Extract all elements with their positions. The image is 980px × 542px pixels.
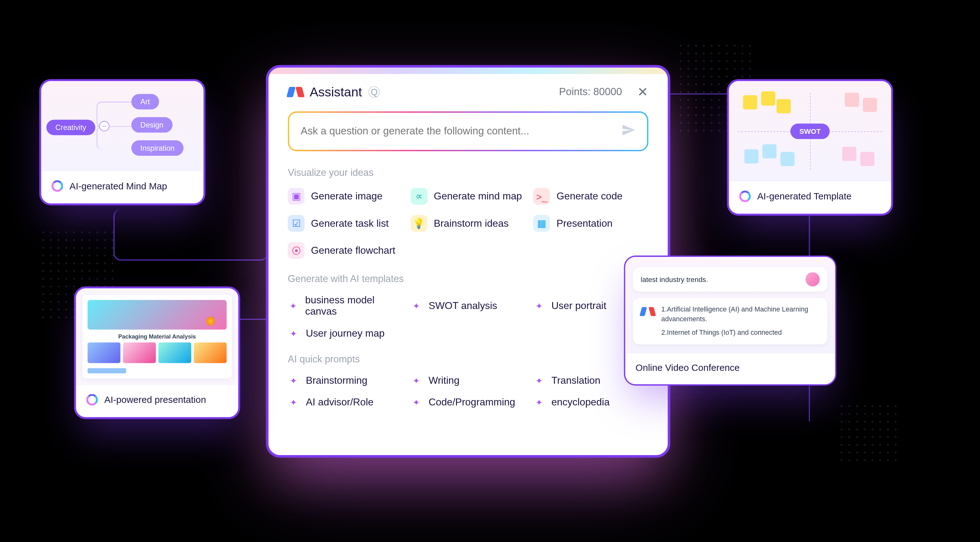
send-icon[interactable] xyxy=(621,123,635,140)
video-preview: latest industry trends. 1.Artificial Int… xyxy=(625,257,835,353)
opt-generate-code[interactable]: >_ Generate code xyxy=(533,188,648,205)
opt-generate-tasklist[interactable]: ☑ Generate task list xyxy=(288,215,402,232)
opt-label: User journey map xyxy=(306,327,385,339)
section-heading-visualize: Visualize your ideas xyxy=(288,167,648,178)
opt-label: encyclopedia xyxy=(551,397,609,408)
connector-line xyxy=(113,209,268,261)
presentation-caption: AI-powered presentation xyxy=(104,395,206,405)
loading-spinner-icon xyxy=(739,191,751,202)
ai-answer-line: 2.Internet of Things (IoT) and connected xyxy=(661,328,819,338)
sparkle-icon: ✦ xyxy=(410,301,422,311)
video-caption: Online Video Conference xyxy=(635,362,740,373)
mindmap-child-node: Design xyxy=(131,117,172,132)
opt-code-programming[interactable]: ✦Code/Programming xyxy=(410,397,525,408)
sparkle-icon: ✦ xyxy=(410,397,422,407)
opt-brainstorming[interactable]: ✦Brainstorming xyxy=(288,375,402,386)
code-icon: >_ xyxy=(533,188,550,205)
mindmap-card[interactable]: Creativity − Art Design Inspiration AI-g… xyxy=(39,79,205,205)
opt-label: AI advisor/Role xyxy=(306,397,374,408)
prompt-input-bar[interactable] xyxy=(288,111,648,151)
ai-answer: 1.Artificial Intelligence (AI) and Machi… xyxy=(633,298,827,344)
tasklist-icon: ☑ xyxy=(288,215,304,232)
opt-label: Generate task list xyxy=(311,218,388,229)
presentation-frame-title: Packaging Material Analysis xyxy=(88,334,227,340)
image-icon: ▣ xyxy=(288,188,304,205)
opt-label: Writing xyxy=(429,375,460,386)
sparkle-icon: ✦ xyxy=(288,397,299,407)
video-conference-card[interactable]: latest industry trends. 1.Artificial Int… xyxy=(624,256,837,386)
lightbulb-icon: 💡 xyxy=(410,215,427,232)
points-label: Points: 80000 xyxy=(559,86,622,98)
opt-writing[interactable]: ✦Writing xyxy=(410,375,525,386)
sparkle-icon: ✦ xyxy=(533,301,545,311)
opt-presentation[interactable]: ▦ Presentation xyxy=(533,215,648,232)
prompt-input[interactable] xyxy=(301,126,621,137)
opt-bmc[interactable]: ✦business model canvas xyxy=(288,294,402,318)
visualize-options: ▣ Generate image ∝ Generate mind map >_ … xyxy=(288,188,648,259)
opt-label: SWOT analysis xyxy=(429,300,497,312)
opt-generate-flowchart[interactable]: ⦿ Generate flowchart xyxy=(288,242,402,259)
presentation-card[interactable]: Packaging Material Analysis AI-powered p… xyxy=(74,286,240,419)
app-logo-icon xyxy=(641,305,655,319)
opt-ai-advisor[interactable]: ✦AI advisor/Role xyxy=(288,397,402,408)
sparkle-icon: ✦ xyxy=(288,329,299,338)
app-logo-icon xyxy=(288,84,303,100)
section-heading-templates: Generate with AI templates xyxy=(288,273,648,284)
mindmap-caption: AI-generated Mind Map xyxy=(69,181,167,191)
mindmap-child-node: Inspiration xyxy=(131,140,183,156)
close-icon[interactable]: ✕ xyxy=(637,84,648,100)
sparkle-icon: ✦ xyxy=(410,375,422,385)
opt-label: Brainstorming xyxy=(306,375,368,386)
sparkle-icon: ✦ xyxy=(288,375,299,385)
assistant-header: Assistant Q Points: 80000 ✕ xyxy=(288,84,648,100)
opt-label: Generate code xyxy=(557,191,622,202)
swot-badge: SWOT xyxy=(790,124,830,139)
sparkle-icon: ✦ xyxy=(533,375,545,385)
opt-label: Generate flowchart xyxy=(311,245,395,256)
opt-label: User portrait xyxy=(551,300,606,312)
mindmap-icon: ∝ xyxy=(410,188,427,205)
opt-label: Brainstorm ideas xyxy=(434,218,509,229)
assistant-panel: Assistant Q Points: 80000 ✕ Visualize yo… xyxy=(266,65,670,458)
decoration-dots xyxy=(838,402,902,467)
template-card[interactable]: SWOT AI-generated Template xyxy=(727,79,893,216)
prompt-options: ✦Brainstorming ✦Writing ✦Translation ✦AI… xyxy=(288,375,648,408)
template-caption: AI-generated Template xyxy=(757,191,851,202)
avatar-icon xyxy=(806,272,820,286)
opt-brainstorm[interactable]: 💡 Brainstorm ideas xyxy=(410,215,525,232)
flowchart-icon: ⦿ xyxy=(288,242,304,259)
sparkle-icon: ✦ xyxy=(533,397,545,407)
assistant-title: Assistant xyxy=(310,85,362,100)
ai-answer-line: 1.Artificial Intelligence (AI) and Machi… xyxy=(661,305,819,324)
presentation-preview: Packaging Material Analysis xyxy=(76,288,239,385)
opt-generate-image[interactable]: ▣ Generate image xyxy=(288,188,402,205)
presentation-icon: ▦ xyxy=(533,215,550,232)
loading-spinner-icon xyxy=(86,394,98,406)
opt-journey-map[interactable]: ✦User journey map xyxy=(288,327,402,339)
opt-encyclopedia[interactable]: ✦encyclopedia xyxy=(533,397,648,408)
opt-label: Code/Programming xyxy=(429,397,515,408)
mindmap-child-node: Art xyxy=(131,94,159,109)
chat-bubble-text: latest industry trends. xyxy=(641,275,708,283)
opt-label: Translation xyxy=(551,375,600,386)
loading-spinner-icon xyxy=(51,180,63,192)
mindmap-preview: Creativity − Art Design Inspiration xyxy=(41,81,204,171)
opt-generate-mindmap[interactable]: ∝ Generate mind map xyxy=(410,188,525,205)
collapse-icon: − xyxy=(99,121,110,131)
opt-label: Generate mind map xyxy=(434,191,522,202)
opt-label: Generate image xyxy=(311,191,383,202)
opt-label: business model canvas xyxy=(305,294,403,318)
opt-label: Presentation xyxy=(557,218,612,229)
section-heading-prompts: AI quick prompts xyxy=(288,353,648,364)
sparkle-icon: ✦ xyxy=(288,301,299,311)
template-options: ✦business model canvas ✦SWOT analysis ✦U… xyxy=(288,294,648,339)
opt-swot[interactable]: ✦SWOT analysis xyxy=(410,294,525,318)
mindmap-root-node: Creativity xyxy=(46,120,95,135)
chat-bubble: latest industry trends. xyxy=(633,267,827,292)
template-preview: SWOT xyxy=(729,81,891,181)
help-icon[interactable]: Q xyxy=(368,86,380,98)
